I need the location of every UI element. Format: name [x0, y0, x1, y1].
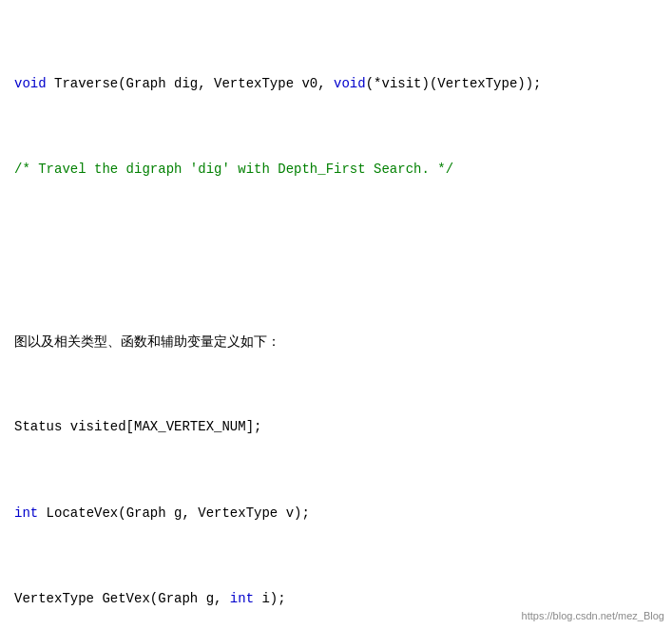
- kw-int-2: int: [230, 591, 254, 606]
- line-1: void Traverse(Graph dig, VertexType v0, …: [14, 73, 658, 95]
- kw-int-1: int: [14, 505, 38, 521]
- watermark: https://blog.csdn.net/mez_Blog: [522, 610, 664, 621]
- kw-void-1: void: [14, 76, 47, 91]
- comment-1: /* Travel the digraph 'dig' with Depth_F…: [14, 162, 453, 177]
- kw-void-2: void: [334, 76, 366, 91]
- code-container: void Traverse(Graph dig, VertexType v0, …: [14, 10, 658, 629]
- line-5: Status visited[MAX_VERTEX_NUM];: [14, 416, 658, 438]
- line-chinese: 图以及相关类型、函数和辅助变量定义如下：: [14, 331, 658, 353]
- line-2: /* Travel the digraph 'dig' with Depth_F…: [14, 159, 658, 181]
- line-7: VertexType GetVex(Graph g, int i);: [14, 588, 658, 610]
- line-6: int LocateVex(Graph g, VertexType v);: [14, 503, 658, 524]
- empty-1: [14, 245, 658, 267]
